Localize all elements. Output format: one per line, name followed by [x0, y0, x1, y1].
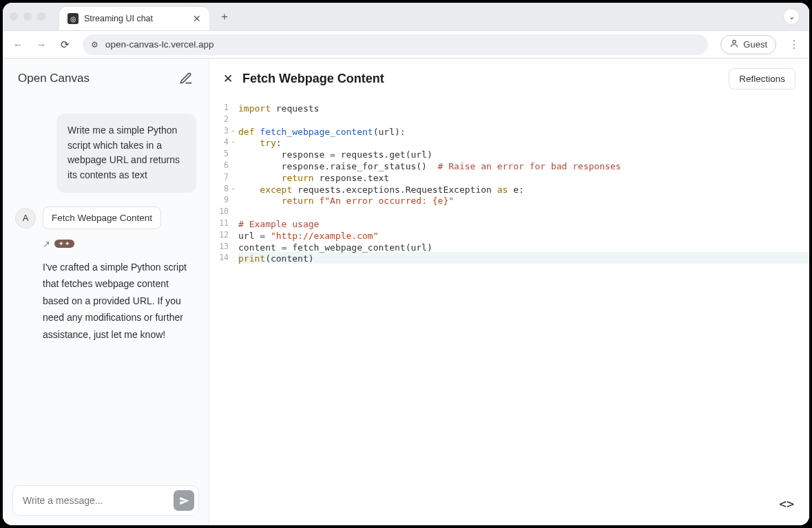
url-text: open-canvas-lc.vercel.app: [105, 39, 214, 50]
tab-favicon: ◎: [67, 13, 79, 24]
user-message: Write me a simple Python script which ta…: [56, 114, 196, 193]
canvas-header: ✕ Fetch Webpage Content Reflections: [209, 59, 809, 99]
chat-sidebar: Open Canvas Write me a simple Python scr…: [3, 59, 209, 525]
tools-badge: ✦✦: [54, 240, 74, 248]
svg-point-0: [733, 40, 736, 43]
reload-icon[interactable]: ⟳: [59, 39, 70, 51]
canvas-panel: ✕ Fetch Webpage Content Reflections 123⌄…: [209, 59, 809, 525]
profile-label: Guest: [743, 39, 767, 50]
tab-strip: ◎ Streaming UI chat ✕ ＋ ⌄: [3, 3, 809, 30]
code-editor[interactable]: 123⌄4⌄5678⌄91011121314 import requestsde…: [209, 99, 809, 525]
code-toggle-icon[interactable]: <>: [779, 494, 794, 513]
tab-title: Streaming UI chat: [84, 14, 153, 23]
app-body: Open Canvas Write me a simple Python scr…: [3, 59, 809, 525]
artifact-chip[interactable]: Fetch Webpage Content: [43, 207, 161, 229]
app-window: ◎ Streaming UI chat ✕ ＋ ⌄ ← → ⟳ ⚙ open-c…: [3, 3, 809, 525]
external-link-icon[interactable]: ↗: [43, 239, 50, 249]
browser-toolbar: ← → ⟳ ⚙ open-canvas-lc.vercel.app Guest …: [3, 30, 809, 58]
close-tab-icon[interactable]: ✕: [193, 13, 201, 24]
send-button[interactable]: [174, 490, 194, 511]
line-gutter: 123⌄4⌄5678⌄91011121314: [209, 99, 233, 525]
code-area[interactable]: import requestsdef fetch_webpage_content…: [233, 99, 809, 525]
kebab-menu-icon[interactable]: ⋮: [789, 38, 800, 51]
chat-scroll[interactable]: Write me a simple Python script which ta…: [3, 93, 209, 476]
traffic-light-close[interactable]: [10, 12, 18, 21]
site-settings-icon[interactable]: ⚙: [91, 40, 98, 50]
assistant-avatar: A: [15, 208, 36, 229]
new-tab-button[interactable]: ＋: [219, 10, 230, 24]
back-icon[interactable]: ←: [12, 39, 23, 50]
canvas-title: Fetch Webpage Content: [242, 72, 719, 86]
forward-icon[interactable]: →: [36, 39, 47, 50]
window-controls[interactable]: [10, 12, 45, 21]
tabs-menu-icon[interactable]: ⌄: [783, 8, 800, 25]
new-chat-icon[interactable]: [178, 71, 194, 86]
assistant-text: I've crafted a simple Python script that…: [43, 259, 196, 344]
browser-chrome: ◎ Streaming UI chat ✕ ＋ ⌄ ← → ⟳ ⚙ open-c…: [3, 3, 809, 59]
profile-icon: [729, 39, 739, 50]
address-bar[interactable]: ⚙ open-canvas-lc.vercel.app: [83, 34, 708, 55]
traffic-light-min[interactable]: [23, 12, 32, 21]
profile-chip[interactable]: Guest: [720, 35, 776, 54]
assistant-message-block: A Fetch Webpage Content ↗ ✦✦ I've crafte…: [15, 207, 196, 344]
message-input[interactable]: [23, 495, 174, 506]
message-meta: ↗ ✦✦: [43, 239, 196, 249]
traffic-light-max[interactable]: [37, 12, 45, 21]
app-title: Open Canvas: [18, 72, 90, 85]
message-composer[interactable]: [12, 485, 199, 516]
close-canvas-icon[interactable]: ✕: [223, 72, 233, 86]
reflections-button[interactable]: Reflections: [729, 68, 795, 89]
browser-tab[interactable]: ◎ Streaming UI chat ✕: [59, 7, 209, 30]
